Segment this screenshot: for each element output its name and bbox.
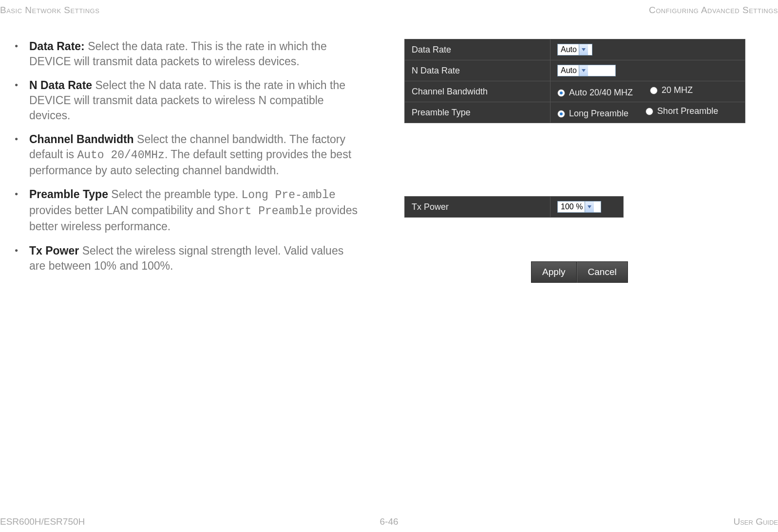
radio-icon (645, 108, 653, 115)
row-value: Long Preamble Short Preamble (550, 102, 745, 123)
radio-icon (557, 89, 565, 97)
config-panel-advanced: Data Rate Auto N Data Rate Auto (404, 39, 759, 123)
list-item: Tx Power Select the wireless signal stre… (15, 243, 361, 274)
footer-user-guide: User Guide (733, 516, 778, 527)
channel-bw-20-radio[interactable]: 20 MHZ (650, 85, 693, 95)
n-data-rate-select[interactable]: Auto (557, 65, 616, 76)
term-preamble-type: Preamble Type (29, 188, 108, 201)
table-row: Channel Bandwidth Auto 20/40 MHZ 20 MHZ (405, 81, 745, 102)
list-item: Preamble Type Select the preamble type. … (15, 187, 361, 234)
footer-page-number: 6-46 (380, 516, 398, 527)
config-table-tx: Tx Power 100 % (404, 196, 624, 218)
chevron-down-icon (585, 202, 594, 212)
table-row: N Data Rate Auto (405, 60, 745, 81)
chevron-down-icon (579, 65, 588, 76)
list-item: N Data Rate Select the N data rate. This… (15, 78, 361, 123)
cancel-button[interactable]: Cancel (577, 261, 628, 283)
row-label-n-data-rate: N Data Rate (405, 60, 550, 81)
chevron-down-icon (579, 44, 588, 55)
code-text: Long Pre-amble (242, 189, 336, 202)
code-text: Auto 20/40MHz (77, 149, 164, 162)
radio-label: Short Preamble (657, 106, 718, 116)
term-tx-power: Tx Power (29, 244, 79, 257)
running-header-left: Basic Network Settings (0, 5, 99, 16)
code-text: Short Preamble (218, 205, 312, 218)
table-row: Tx Power 100 % (405, 197, 624, 218)
radio-icon (650, 87, 658, 94)
apply-button[interactable]: Apply (531, 261, 577, 283)
desc-text: Select the preamble type. (108, 188, 242, 201)
row-label-tx-power: Tx Power (405, 197, 550, 218)
row-value: Auto (550, 39, 745, 60)
desc-text: provides better LAN compatibility and (29, 204, 218, 217)
row-label-data-rate: Data Rate (405, 39, 550, 60)
channel-bw-auto-radio[interactable]: Auto 20/40 MHZ (557, 88, 633, 98)
row-value: Auto (550, 60, 745, 81)
row-label-preamble-type: Preamble Type (405, 102, 550, 123)
settings-description-list: Data Rate: Select the data rate. This is… (15, 39, 361, 274)
preamble-short-radio[interactable]: Short Preamble (645, 106, 718, 116)
table-row: Preamble Type Long Preamble Short Preamb… (405, 102, 745, 123)
select-value: 100 % (561, 202, 583, 211)
preamble-long-radio[interactable]: Long Preamble (557, 109, 628, 119)
radio-label: Auto 20/40 MHZ (569, 88, 633, 98)
select-value: Auto (561, 45, 577, 54)
data-rate-select[interactable]: Auto (557, 44, 592, 55)
button-bar: ApplyCancel (531, 261, 759, 283)
term-n-data-rate: N Data Rate (29, 79, 92, 92)
config-panel-tx-power: Tx Power 100 % (404, 196, 759, 218)
radio-label: 20 MHZ (662, 85, 693, 95)
radio-label: Long Preamble (569, 109, 628, 119)
term-channel-bandwidth: Channel Bandwidth (29, 133, 134, 146)
footer-model: ESR600H/ESR750H (0, 516, 85, 527)
select-value: Auto (561, 66, 577, 75)
running-header-right: Configuring Advanced Settings (649, 5, 778, 16)
radio-icon (557, 110, 565, 118)
row-label-channel-bandwidth: Channel Bandwidth (405, 81, 550, 102)
row-value: 100 % (550, 197, 624, 218)
list-item: Data Rate: Select the data rate. This is… (15, 39, 361, 69)
table-row: Data Rate Auto (405, 39, 745, 60)
config-table: Data Rate Auto N Data Rate Auto (404, 39, 745, 123)
list-item: Channel Bandwidth Select the channel ban… (15, 132, 361, 178)
tx-power-select[interactable]: 100 % (557, 201, 601, 213)
term-data-rate: Data Rate: (29, 40, 85, 53)
row-value: Auto 20/40 MHZ 20 MHZ (550, 81, 745, 102)
